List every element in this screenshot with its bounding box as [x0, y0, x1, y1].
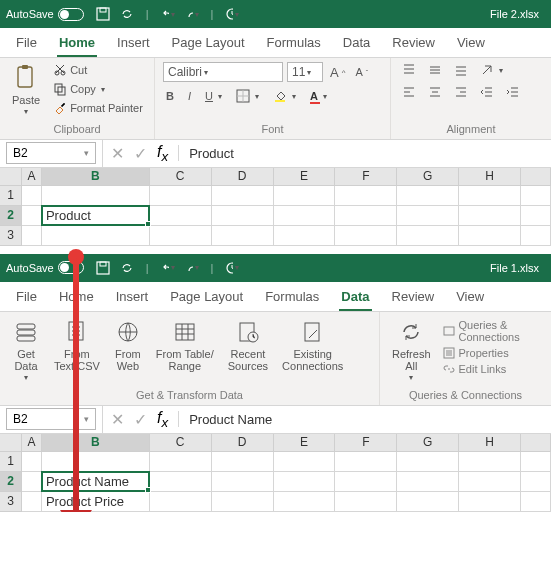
fx-icon[interactable]: fx: [157, 143, 168, 164]
undo-icon[interactable]: [161, 7, 175, 21]
from-table-button[interactable]: From Table/ Range: [152, 316, 218, 374]
decrease-font-button[interactable]: Aˇ: [352, 65, 371, 79]
cancel-icon[interactable]: ✕: [111, 144, 124, 163]
tab-formulas[interactable]: Formulas: [265, 29, 323, 57]
col-header-b[interactable]: B: [42, 168, 150, 186]
row-header-3[interactable]: 3: [0, 226, 22, 246]
bold-button[interactable]: B: [163, 89, 177, 103]
save-icon[interactable]: [96, 7, 110, 21]
col-header-h[interactable]: H: [459, 168, 521, 186]
col-header-f[interactable]: F: [335, 434, 397, 452]
increase-indent-button[interactable]: [503, 84, 523, 100]
col-header-d[interactable]: D: [212, 434, 274, 452]
fx-icon[interactable]: fx: [157, 409, 168, 430]
row-header-1[interactable]: 1: [0, 186, 22, 206]
autosave-toggle[interactable]: AutoSave: [6, 8, 84, 21]
get-data-button[interactable]: Get Data▾: [8, 316, 44, 385]
redo-icon[interactable]: [185, 261, 199, 275]
tab-view[interactable]: View: [454, 283, 486, 311]
align-center-button[interactable]: [425, 84, 445, 100]
fill-color-button[interactable]: [270, 88, 299, 104]
tab-page-layout[interactable]: Page Layout: [168, 283, 245, 311]
row-header-2[interactable]: 2: [0, 206, 22, 226]
queries-connections-button[interactable]: Queries & Connections: [441, 318, 543, 344]
align-left-button[interactable]: [399, 84, 419, 100]
increase-font-button[interactable]: A^: [327, 64, 348, 81]
tab-page-layout[interactable]: Page Layout: [170, 29, 247, 57]
col-header-e[interactable]: E: [274, 168, 336, 186]
from-web-button[interactable]: From Web: [110, 316, 146, 374]
tab-data[interactable]: Data: [339, 283, 371, 311]
col-header-f[interactable]: F: [335, 168, 397, 186]
orientation-button[interactable]: [477, 62, 506, 78]
sync-icon[interactable]: [120, 261, 134, 275]
align-top-button[interactable]: [399, 62, 419, 78]
row-header-2[interactable]: 2: [0, 472, 22, 492]
redo-icon[interactable]: [185, 7, 199, 21]
properties-button[interactable]: Properties: [441, 346, 543, 360]
fill-handle[interactable]: [145, 487, 151, 493]
tab-insert[interactable]: Insert: [115, 29, 152, 57]
cancel-icon[interactable]: ✕: [111, 410, 124, 429]
align-middle-button[interactable]: [425, 62, 445, 78]
tab-review[interactable]: Review: [390, 29, 437, 57]
font-color-button[interactable]: A: [307, 89, 330, 103]
tab-data[interactable]: Data: [341, 29, 372, 57]
col-header-e[interactable]: E: [274, 434, 336, 452]
existing-conn-button[interactable]: Existing Connections: [278, 316, 347, 374]
history-icon[interactable]: [225, 7, 239, 21]
tab-home[interactable]: Home: [57, 29, 97, 57]
save-icon[interactable]: [96, 261, 110, 275]
font-name-combo[interactable]: Calibri: [163, 62, 283, 82]
history-icon[interactable]: [225, 261, 239, 275]
col-header-h[interactable]: H: [459, 434, 521, 452]
sync-icon[interactable]: [120, 7, 134, 21]
tab-review[interactable]: Review: [390, 283, 437, 311]
enter-icon[interactable]: ✓: [134, 144, 147, 163]
align-bottom-button[interactable]: [451, 62, 471, 78]
col-header-g[interactable]: G: [397, 168, 459, 186]
spreadsheet-grid-1[interactable]: A B C D E F G H 1 2Product 3: [0, 168, 551, 246]
refresh-all-button[interactable]: Refresh All▾: [388, 316, 435, 385]
select-all-corner[interactable]: [0, 168, 22, 186]
col-header-d[interactable]: D: [212, 168, 274, 186]
name-box[interactable]: B2▾: [6, 142, 96, 164]
italic-button[interactable]: I: [185, 89, 194, 103]
tab-view[interactable]: View: [455, 29, 487, 57]
col-header-c[interactable]: C: [150, 168, 212, 186]
formula-value[interactable]: Product: [189, 146, 234, 161]
align-right-button[interactable]: [451, 84, 471, 100]
recent-sources-button[interactable]: Recent Sources: [224, 316, 272, 374]
paste-button[interactable]: Paste ▾: [8, 62, 44, 119]
select-all-corner[interactable]: [0, 434, 22, 452]
borders-button[interactable]: [233, 88, 262, 104]
spreadsheet-grid-2[interactable]: A B C D E F G H 1 2Product Name 3Product…: [0, 434, 551, 512]
cut-button[interactable]: Cut: [50, 62, 146, 78]
fill-handle[interactable]: [145, 221, 151, 227]
edit-links-button[interactable]: Edit Links: [441, 362, 543, 376]
underline-button[interactable]: U: [202, 89, 225, 103]
font-size-combo[interactable]: 11: [287, 62, 323, 82]
col-header-a[interactable]: A: [22, 168, 42, 186]
row-header-3[interactable]: 3: [0, 492, 22, 512]
tab-file[interactable]: File: [14, 283, 39, 311]
name-box[interactable]: B2▾: [6, 408, 96, 430]
col-header-c[interactable]: C: [150, 434, 212, 452]
title-bar: AutoSave | | File 2.xlsx: [0, 0, 551, 28]
col-header-a[interactable]: A: [22, 434, 42, 452]
tab-file[interactable]: File: [14, 29, 39, 57]
col-header-b[interactable]: B: [42, 434, 150, 452]
decrease-indent-button[interactable]: [477, 84, 497, 100]
formula-value[interactable]: Product Name: [189, 412, 272, 427]
format-painter-button[interactable]: Format Painter: [50, 100, 146, 116]
undo-icon[interactable]: [161, 261, 175, 275]
cell-b3[interactable]: Product Price: [42, 492, 150, 512]
col-header-extra[interactable]: [521, 168, 551, 186]
tab-insert[interactable]: Insert: [114, 283, 151, 311]
copy-button[interactable]: Copy: [50, 81, 146, 97]
tab-formulas[interactable]: Formulas: [263, 283, 321, 311]
col-header-g[interactable]: G: [397, 434, 459, 452]
row-header-1[interactable]: 1: [0, 452, 22, 472]
enter-icon[interactable]: ✓: [134, 410, 147, 429]
col-header-extra[interactable]: [521, 434, 551, 452]
